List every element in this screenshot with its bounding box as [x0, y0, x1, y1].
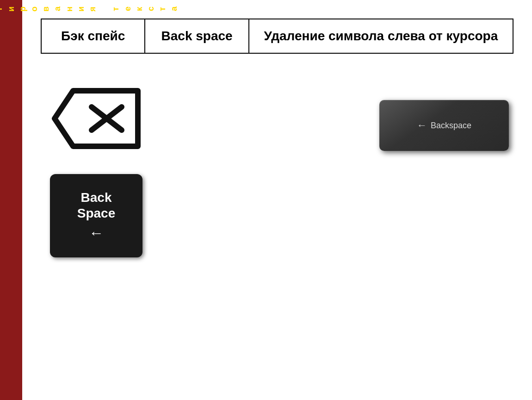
info-table: Бэк спейс Back space Удаление символа сл…: [41, 19, 513, 54]
backspace-symbol-icon: [45, 81, 147, 156]
backspace-key-wide: ← Backspace: [379, 100, 509, 151]
backspace-arrow-icon: ←: [417, 119, 427, 131]
left-visual: BackSpace ←: [45, 81, 147, 257]
table-cell-english: Back space: [145, 19, 248, 53]
main-content: Бэк спейс Back space Удаление символа сл…: [22, 0, 532, 400]
backspace-key-square: BackSpace ←: [50, 174, 142, 257]
key-arrow-icon: ←: [89, 225, 104, 242]
table-cell-description: Удаление символа слева от курсора: [249, 19, 513, 53]
sidebar: Клавиши редактирования текста: [0, 0, 22, 400]
key-label-backspace: BackSpace: [77, 190, 116, 221]
table-cell-russian: Бэк спейс: [41, 19, 145, 53]
visuals-area: BackSpace ← ← Backspace: [41, 72, 513, 386]
backspace-label: Backspace: [431, 121, 471, 131]
right-visual: ← Backspace: [379, 100, 509, 151]
sidebar-text: Клавиши редактирования текста: [0, 5, 180, 12]
